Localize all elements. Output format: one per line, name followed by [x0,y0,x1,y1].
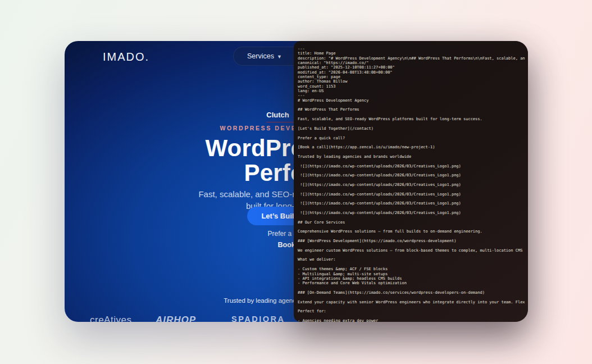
client-logo-airhop: AIRHOP [156,315,201,322]
markdown-panel: --- title: Home Page description: "# Wor… [294,41,528,322]
client-logo-creatives: creAtives [90,315,129,322]
nav-services-label: Services [247,52,274,60]
nav-item-services[interactable]: Services ▼ [239,52,290,60]
chevron-down-icon: ▼ [277,54,282,60]
brand-logo[interactable]: IMADO. [103,51,149,63]
client-logo-spadiora: SPADIORA [231,315,276,322]
markdown-content: --- title: Home Page description: "# Wor… [298,47,528,322]
clutch-label: Clutch [266,111,289,119]
